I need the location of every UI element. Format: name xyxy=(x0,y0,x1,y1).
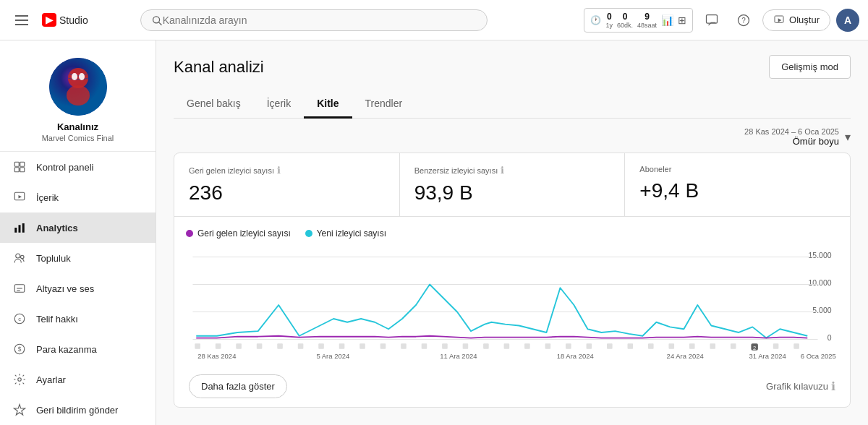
sidebar-item-telif[interactable]: c Telif hakkı xyxy=(0,304,156,334)
sidebar-item-para[interactable]: $ Para kazanma xyxy=(0,334,156,364)
dashboard-icon xyxy=(12,159,27,175)
tab-genel-bakis[interactable]: Genel bakış xyxy=(174,90,254,119)
svg-rect-60 xyxy=(628,343,634,349)
svg-rect-15 xyxy=(20,168,25,172)
svg-marker-17 xyxy=(19,195,22,199)
sidebar-item-ayarlar[interactable]: Ayarlar xyxy=(0,364,156,395)
chevron-down-icon[interactable]: ▾ xyxy=(845,130,851,144)
chart-wrapper: 15.000 10.000 5.000 0 xyxy=(186,247,838,366)
create-button[interactable]: Oluştur xyxy=(762,9,830,31)
svg-rect-18 xyxy=(14,228,17,233)
sidebar-item-label: Topluluk xyxy=(36,253,71,264)
svg-rect-68 xyxy=(773,343,779,349)
search-input[interactable] xyxy=(163,14,477,26)
svg-text:31 Ara 2024: 31 Ara 2024 xyxy=(749,352,786,360)
studio-text: Studio xyxy=(59,14,88,26)
metric-value-subscribers: +9,4 B xyxy=(639,179,835,202)
legend-label-returning: Geri gelen izleyici sayısı xyxy=(197,228,291,239)
metric-label-returning: Geri gelen izleyici sayısı ℹ xyxy=(189,165,385,176)
sidebar-item-label: Telif hakkı xyxy=(36,314,78,325)
stat-60dk-lbl: 60dk. xyxy=(617,22,633,29)
comments-button[interactable] xyxy=(699,7,725,33)
topbar-icons: ? Oluştur A xyxy=(699,7,859,33)
page-header: Kanal analizi Gelişmiş mod xyxy=(174,55,851,79)
new-viewers-line xyxy=(196,285,807,338)
topbar: ▶ Studio 🕐 0 1y 0 60dk. 9 48saat 📊 xyxy=(0,0,868,40)
tab-trendler[interactable]: Trendler xyxy=(352,90,416,119)
chart-svg: 15.000 10.000 5.000 0 xyxy=(186,247,838,363)
money-icon: $ xyxy=(12,341,27,357)
svg-text:18 Ara 2024: 18 Ara 2024 xyxy=(557,352,594,360)
sidebar-item-label: Altyazı ve ses xyxy=(36,283,94,294)
stat-1y: 0 1y xyxy=(605,12,613,29)
svg-text:11 Ara 2024: 11 Ara 2024 xyxy=(440,352,477,360)
stat-60dk: 0 60dk. xyxy=(617,12,633,29)
svg-point-11 xyxy=(79,73,85,80)
sidebar-item-icerik[interactable]: İçerik xyxy=(0,182,156,212)
stat-group: 🕐 0 1y 0 60dk. 9 48saat 📊 ⊞ xyxy=(584,8,693,33)
metric-cell-subscribers: Aboneler +9,4 B xyxy=(625,153,850,216)
svg-rect-57 xyxy=(566,343,571,349)
svg-rect-43 xyxy=(277,343,283,349)
date-range-text[interactable]: 28 Kas 2024 – 6 Oca 2025 Ömür boyu xyxy=(744,127,839,147)
info-icon[interactable]: ℹ xyxy=(277,165,281,176)
copyright-icon: c xyxy=(12,311,27,327)
svg-rect-39 xyxy=(195,343,200,349)
svg-rect-56 xyxy=(545,343,551,349)
chart-guide[interactable]: Grafik kılavuzu ℹ xyxy=(766,379,835,393)
sidebar-item-analytics[interactable]: Analytics xyxy=(0,212,156,243)
tab-icerik[interactable]: İçerik xyxy=(254,90,304,119)
svg-text:24 Ara 2024: 24 Ara 2024 xyxy=(667,352,704,360)
hamburger-line xyxy=(15,20,28,21)
sidebar-item-topluluk[interactable]: Topluluk xyxy=(0,243,156,273)
svg-rect-12 xyxy=(14,162,19,166)
metric-value-unique: 93,9 B xyxy=(414,181,610,205)
tab-kitle[interactable]: Kitle xyxy=(304,90,352,119)
svg-rect-69 xyxy=(793,343,799,349)
chart-guide-label: Grafik kılavuzu xyxy=(766,381,828,392)
stat-1y-lbl: 1y xyxy=(605,22,613,29)
sidebar-item-label: Analytics xyxy=(36,223,78,233)
svg-text:28 Kas 2024: 28 Kas 2024 xyxy=(197,352,236,360)
svg-rect-41 xyxy=(236,343,242,349)
logo[interactable]: ▶ Studio xyxy=(42,13,88,27)
topbar-left: ▶ Studio xyxy=(9,7,88,33)
channel-avatar-inner xyxy=(49,58,107,116)
subtitle-icon xyxy=(12,280,27,296)
chart-footer: Daha fazla göster Grafik kılavuzu ℹ xyxy=(186,366,838,401)
help-button[interactable]: ? xyxy=(731,7,757,33)
metrics-card: Geri gelen izleyici sayısı ℹ 236 Benzers… xyxy=(174,153,851,408)
date-range-label: 28 Kas 2024 – 6 Oca 2025 xyxy=(744,127,839,136)
feedback-icon xyxy=(12,402,27,418)
svg-text:5.000: 5.000 xyxy=(812,306,831,314)
sidebar: Kanalınız Marvel Comics Final Kontrol pa… xyxy=(0,40,156,425)
svg-text:$: $ xyxy=(18,346,22,353)
svg-text:15.000: 15.000 xyxy=(809,252,832,259)
legend-dot-returning xyxy=(186,230,193,237)
legend-dot-new xyxy=(305,230,312,237)
channel-sub: Marvel Comics Final xyxy=(42,134,114,142)
hamburger-line xyxy=(15,24,28,25)
create-label: Oluştur xyxy=(789,14,820,25)
info-icon-unique[interactable]: ℹ xyxy=(501,165,504,176)
sidebar-item-geri-bildirim[interactable]: Geri bildirim gönder xyxy=(0,395,156,425)
advanced-mode-button[interactable]: Gelişmiş mod xyxy=(769,55,851,79)
svg-text:c: c xyxy=(18,316,21,322)
svg-rect-55 xyxy=(524,343,530,349)
legend-item-new: Yeni izleyici sayısı xyxy=(305,228,386,239)
svg-rect-2 xyxy=(707,14,718,23)
sidebar-item-kontrol-paneli[interactable]: Kontrol paneli xyxy=(0,152,156,182)
date-range-bar: 28 Kas 2024 – 6 Oca 2025 Ömür boyu ▾ xyxy=(174,119,851,153)
date-range-value: Ömür boyu xyxy=(744,136,839,147)
sidebar-item-label: İçerik xyxy=(36,192,59,203)
clock-icon: 🕐 xyxy=(590,15,601,25)
channel-avatar[interactable] xyxy=(49,58,107,116)
sidebar-item-altyazi[interactable]: Altyazı ve ses xyxy=(0,273,156,304)
svg-rect-53 xyxy=(483,343,489,349)
tabs: Genel bakış İçerik Kitle Trendler xyxy=(174,90,851,119)
search-bar[interactable] xyxy=(140,9,488,31)
menu-button[interactable] xyxy=(9,7,35,33)
avatar[interactable]: A xyxy=(836,9,859,32)
show-more-button[interactable]: Daha fazla göster xyxy=(189,374,287,398)
content-icon xyxy=(12,189,27,205)
